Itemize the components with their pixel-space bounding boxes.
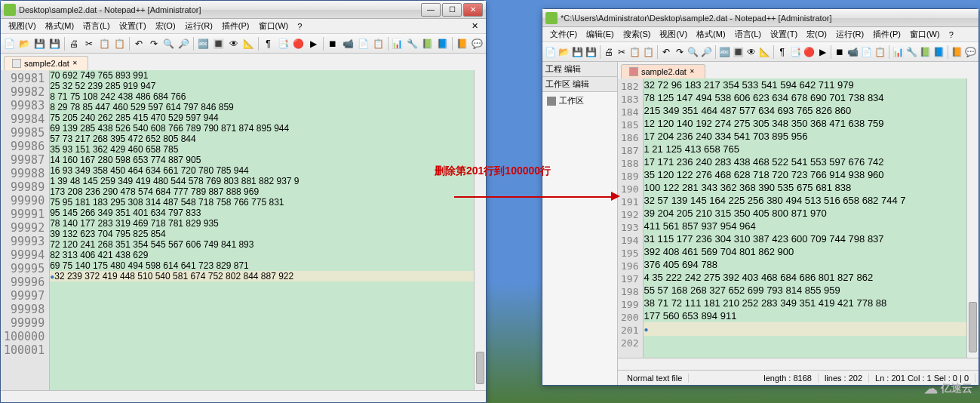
toolbar-button[interactable]: 📄 <box>860 45 873 60</box>
text-editor[interactable]: 70 692 749 765 893 99125 32 52 239 285 9… <box>50 70 474 390</box>
toolbar-button[interactable]: 📗 <box>420 36 435 51</box>
menu-item[interactable]: 设置(T) <box>115 19 151 33</box>
toolbar-button[interactable]: 🔎 <box>700 45 713 60</box>
horizontal-scrollbar[interactable] <box>1 390 486 402</box>
menu-item[interactable]: 设置(T) <box>766 27 802 42</box>
toolbar-button[interactable]: 🔧 <box>405 36 419 51</box>
toolbar-button[interactable]: 📐 <box>241 36 256 51</box>
toolbar-button[interactable]: 🔴 <box>803 45 816 60</box>
menu-item[interactable]: 窗口(W) <box>905 27 945 42</box>
menu-item[interactable]: 宏(O) <box>802 27 831 42</box>
toolbar-button[interactable]: 📄 <box>2 36 17 51</box>
toolbar-button[interactable]: 📑 <box>276 36 290 51</box>
project-tree[interactable]: 工作区 <box>542 92 617 385</box>
line-number: 99986 <box>4 140 45 153</box>
menu-item[interactable]: 运行(R) <box>831 27 868 42</box>
menu-item[interactable]: 文件(F) <box>545 27 582 42</box>
tab-sample2[interactable]: sample2.dat ✕ <box>621 64 705 78</box>
menu-item[interactable]: ? <box>293 20 306 32</box>
maximize-button[interactable]: ☐ <box>442 3 462 17</box>
toolbar-button[interactable]: ▶ <box>306 36 321 51</box>
tree-item-workspace[interactable]: 工作区 <box>544 94 616 108</box>
toolbar-button[interactable]: 📂 <box>17 36 32 51</box>
toolbar-button[interactable]: ↷ <box>146 36 161 51</box>
close-button[interactable]: ✕ <box>463 3 483 17</box>
toolbar-button[interactable]: 📋 <box>97 36 112 51</box>
toolbar-button[interactable]: 📄 <box>356 36 370 51</box>
toolbar-button[interactable]: 🔤 <box>196 36 210 51</box>
toolbar-button[interactable]: 🔎 <box>177 36 191 51</box>
toolbar-button[interactable]: 🔳 <box>211 36 226 51</box>
tab-close-icon[interactable]: ✕ <box>690 68 697 75</box>
toolbar-button[interactable]: 🔳 <box>732 45 745 60</box>
line-text: 75 205 240 262 285 415 470 529 597 944 <box>50 112 219 123</box>
toolbar-button[interactable]: 📋 <box>874 45 886 60</box>
toolbar-button[interactable]: 📊 <box>892 45 905 60</box>
toolbar-button[interactable]: 💾 <box>571 45 584 60</box>
toolbar-button[interactable]: ↶ <box>660 45 672 60</box>
toolbar-button[interactable]: 🖨 <box>67 36 81 51</box>
toolbar-button[interactable]: 📗 <box>919 45 932 60</box>
toolbar-button[interactable]: 📄 <box>544 45 557 60</box>
toolbar-button[interactable]: 📋 <box>112 36 127 51</box>
vertical-scrollbar[interactable] <box>966 78 978 358</box>
toolbar-button[interactable]: 🔍 <box>161 36 176 51</box>
menu-item[interactable]: 插件(P) <box>868 27 905 42</box>
toolbar-button[interactable]: ✂ <box>616 45 628 60</box>
menu-item[interactable]: 视图(V) <box>655 27 692 42</box>
toolbar-button[interactable]: 📹 <box>846 45 859 60</box>
menu-item[interactable]: 编辑(E) <box>582 27 619 42</box>
toolbar-button[interactable]: 💾 <box>32 36 47 51</box>
toolbar-button[interactable]: ⏹ <box>834 45 846 60</box>
toolbar-button[interactable]: 📋 <box>371 36 386 51</box>
menu-item[interactable]: 宏(O) <box>151 19 180 33</box>
toolbar-button[interactable]: 📋 <box>642 45 655 60</box>
toolbar-button[interactable]: 🔍 <box>687 45 699 60</box>
menu-item[interactable]: 运行(R) <box>180 19 217 33</box>
tab-close-icon[interactable]: ✕ <box>72 60 80 67</box>
toolbar-button[interactable]: 🔧 <box>905 45 918 60</box>
menu-item[interactable]: 窗口(W) <box>254 19 293 33</box>
toolbar-button[interactable]: 👁 <box>745 45 757 60</box>
toolbar-button[interactable]: ¶ <box>776 45 788 60</box>
line-number: 99999 <box>4 316 45 330</box>
toolbar-button[interactable]: 🖨 <box>603 45 615 60</box>
toolbar-button[interactable]: 💬 <box>964 45 977 60</box>
horizontal-scrollbar[interactable] <box>618 358 978 370</box>
inner-close-button[interactable]: ✕ <box>467 21 483 31</box>
toolbar-button[interactable]: ↷ <box>673 45 685 60</box>
menu-item[interactable]: 格式(M) <box>41 19 79 33</box>
toolbar-button[interactable]: 📹 <box>341 36 355 51</box>
toolbar-button[interactable]: 💬 <box>470 36 484 51</box>
toolbar-button[interactable]: 📘 <box>932 45 945 60</box>
toolbar-button[interactable]: ⏹ <box>326 36 340 51</box>
toolbar-button[interactable]: ¶ <box>261 36 275 51</box>
vertical-scrollbar[interactable] <box>474 70 486 390</box>
menu-item[interactable]: 视图(V) <box>4 19 41 33</box>
toolbar-button[interactable]: 📑 <box>789 45 802 60</box>
menu-item[interactable]: 格式(M) <box>692 27 730 42</box>
toolbar-button[interactable]: 👁 <box>226 36 241 51</box>
menu-item[interactable]: 插件(P) <box>217 19 254 33</box>
minimize-button[interactable]: — <box>421 3 441 17</box>
toolbar-button[interactable]: 📊 <box>391 36 405 51</box>
toolbar-button[interactable]: 📙 <box>951 45 963 60</box>
toolbar-button[interactable]: ↶ <box>132 36 146 51</box>
toolbar-button[interactable]: 📘 <box>435 36 450 51</box>
tab-sample2[interactable]: sample2.dat ✕ <box>4 56 88 70</box>
toolbar-button[interactable]: ✂ <box>82 36 97 51</box>
toolbar-button[interactable]: 🔤 <box>718 45 731 60</box>
menu-item[interactable]: 搜索(S) <box>619 27 656 42</box>
toolbar-button[interactable]: 🔴 <box>291 36 306 51</box>
toolbar-button[interactable]: 📋 <box>628 45 641 60</box>
toolbar-button[interactable]: 💾 <box>585 45 598 60</box>
menu-item[interactable]: 语言(L) <box>78 19 114 33</box>
toolbar-button[interactable]: 💾 <box>48 36 62 51</box>
toolbar-button[interactable]: 📙 <box>455 36 469 51</box>
menu-item[interactable]: 语言(L) <box>730 27 766 42</box>
menu-item[interactable]: ? <box>945 29 958 41</box>
toolbar-button[interactable]: 📐 <box>758 45 771 60</box>
toolbar-button[interactable]: ▶ <box>816 45 828 60</box>
text-editor[interactable]: 32 72 96 183 217 354 533 541 594 642 711… <box>644 78 966 358</box>
toolbar-button[interactable]: 📂 <box>558 45 570 60</box>
